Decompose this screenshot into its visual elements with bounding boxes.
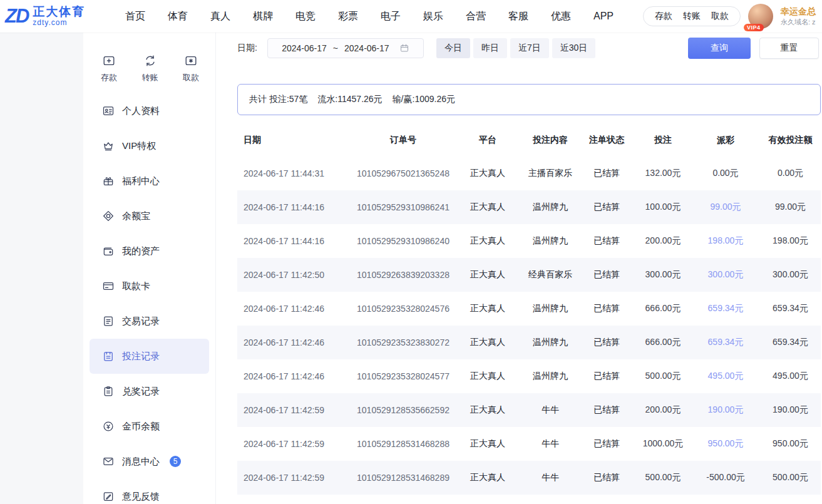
sidebar-item[interactable]: 取款卡: [90, 269, 209, 304]
cell-platform: 正大真人: [453, 258, 522, 292]
cell-status: 已结算: [578, 157, 635, 190]
sidebar-item[interactable]: VIP特权: [90, 128, 209, 163]
bet-records-icon: [102, 350, 115, 363]
assets-icon: [102, 245, 115, 257]
column-header: 平台: [453, 124, 522, 157]
quick-action[interactable]: 取款: [183, 54, 199, 83]
table-header-row: 日期 订单号 平台 投注内容 注单状态 投注 派彩 有效投注额: [237, 124, 821, 157]
unread-count-badge: 5: [170, 456, 181, 467]
wallet-link[interactable]: 取款: [711, 11, 729, 22]
nav-item[interactable]: 客服: [508, 10, 528, 23]
cell-platform: 正大真人: [453, 157, 522, 190]
quick-action-label: 转账: [142, 72, 158, 83]
nav-item[interactable]: 优惠: [551, 10, 571, 23]
sidebar-item-label: 福利中心: [122, 175, 160, 187]
quick-action[interactable]: 转账: [142, 54, 158, 83]
cell-order-number: 1010529235328024577: [353, 359, 453, 393]
range-button[interactable]: 近7日: [510, 38, 549, 58]
cell-bet-content: 牛牛: [522, 461, 578, 495]
column-header: 投注内容: [522, 124, 578, 157]
nav-item[interactable]: 合营: [466, 10, 486, 23]
logo-icon: ZD: [5, 6, 28, 26]
reset-button[interactable]: 重置: [759, 38, 819, 59]
sidebar-item-label: 兑奖记录: [122, 386, 160, 398]
cell-bet-content: 牛牛: [522, 393, 578, 427]
cell-payout: 190.00元: [691, 393, 760, 427]
bet-records-table: 日期 订单号 平台 投注内容 注单状态 投注 派彩 有效投注额: [237, 124, 821, 495]
sidebar-item-label: 我的资产: [122, 245, 160, 257]
search-button[interactable]: 查询: [688, 38, 751, 59]
cell-status: 已结算: [578, 326, 635, 359]
range-button[interactable]: 今日: [436, 38, 470, 58]
range-button[interactable]: 昨日: [473, 38, 507, 58]
quick-action-label: 取款: [183, 72, 199, 83]
nav-item[interactable]: 体育: [168, 10, 188, 23]
site-logo[interactable]: ZD 正大体育 zdty.com: [5, 6, 100, 27]
cell-payout: 99.00元: [691, 190, 760, 224]
cell-bet-amount: 666.00元: [635, 326, 691, 359]
cell-date: 2024-06-17 11:42:46: [237, 326, 353, 359]
cell-bet-content: 温州牌九: [522, 326, 578, 359]
table-row: 2024-06-17 11:42:59 1010529128535662592 …: [237, 393, 821, 427]
table-row: 2024-06-17 11:44:16 1010529529310986240 …: [237, 224, 821, 258]
quick-range-group: 今日 昨日 近7日 近30日: [436, 38, 595, 58]
cell-platform: 正大真人: [453, 461, 522, 495]
sidebar-item[interactable]: 意见反馈: [90, 479, 209, 504]
sidebar-item[interactable]: 我的资产: [90, 234, 209, 269]
sidebar-item-label: 金币余额: [122, 421, 160, 433]
nav-item[interactable]: 电竞: [295, 10, 316, 23]
sidebar-item[interactable]: 投注记录: [90, 339, 209, 374]
cell-valid-amount: 99.00元: [760, 190, 821, 224]
avatar[interactable]: VIP4: [748, 4, 773, 29]
nav-item[interactable]: 棋牌: [253, 10, 273, 23]
sidebar-item[interactable]: 福利中心: [90, 163, 209, 198]
nav-item[interactable]: 彩票: [338, 10, 358, 23]
cell-bet-content: 温州牌九: [522, 190, 578, 224]
cell-platform: 正大真人: [453, 326, 522, 359]
header-right: 存款 转账 取款 VIP4 幸运金总 永久域名: z: [643, 4, 816, 29]
cell-platform: 正大真人: [453, 359, 522, 393]
cell-valid-amount: 190.00元: [760, 393, 821, 427]
quick-action[interactable]: 存款: [101, 54, 117, 83]
nav-item[interactable]: 娱乐: [423, 10, 443, 23]
sidebar-item[interactable]: 消息中心 5: [90, 444, 209, 479]
nav-item[interactable]: 真人: [210, 10, 230, 23]
cell-date: 2024-06-17 11:42:59: [237, 393, 353, 427]
nav-item[interactable]: 电子: [381, 10, 401, 23]
main-content: 日期: 2024-06-17 ~ 2024-06-17 今日 昨日 近7日 近3…: [216, 33, 822, 504]
cell-bet-amount: 300.00元: [635, 258, 691, 292]
sidebar-item[interactable]: 兑奖记录: [90, 374, 209, 409]
sidebar-item[interactable]: 余额宝: [90, 198, 209, 234]
sidebar-item-label: 余额宝: [122, 210, 150, 222]
nav-item[interactable]: 首页: [125, 10, 145, 23]
cell-status: 已结算: [578, 359, 635, 393]
column-header: 日期: [237, 124, 353, 157]
sidebar-item[interactable]: 交易记录: [90, 304, 209, 339]
column-header: 订单号: [353, 124, 453, 157]
sidebar-item-label: 个人资料: [122, 105, 160, 117]
wallet-link[interactable]: 转账: [683, 11, 701, 22]
sidebar-item[interactable]: 金币余额: [90, 409, 209, 444]
cell-status: 已结算: [578, 292, 635, 326]
cell-payout: 659.34元: [691, 292, 760, 326]
filter-bar: 日期: 2024-06-17 ~ 2024-06-17 今日 昨日 近7日 近3…: [237, 38, 821, 59]
username: 幸运金总: [781, 6, 816, 18]
date-range-picker[interactable]: 2024-06-17 ~ 2024-06-17: [267, 38, 424, 58]
wallet-link[interactable]: 存款: [655, 11, 672, 22]
cell-order-number: 1010529235328024576: [353, 292, 453, 326]
column-header: 注单状态: [578, 124, 635, 157]
cell-bet-amount: 1000.00元: [635, 427, 691, 461]
cell-order-number: 1010529128531468288: [353, 427, 453, 461]
cell-platform: 正大真人: [453, 393, 522, 427]
cell-bet-content: 主播百家乐: [522, 157, 578, 190]
cell-payout: 0.00元: [691, 157, 760, 190]
nav-item[interactable]: APP: [593, 11, 614, 22]
date-separator: ~: [333, 43, 338, 53]
column-header: 有效投注额: [760, 124, 821, 157]
sidebar-item[interactable]: 个人资料: [90, 93, 209, 128]
cell-order-number: 1010529529310986241: [353, 190, 453, 224]
range-button[interactable]: 近30日: [552, 38, 596, 58]
brand-domain: zdty.com: [33, 19, 85, 27]
cell-bet-amount: 132.00元: [635, 157, 691, 190]
transactions-icon: [102, 315, 115, 327]
